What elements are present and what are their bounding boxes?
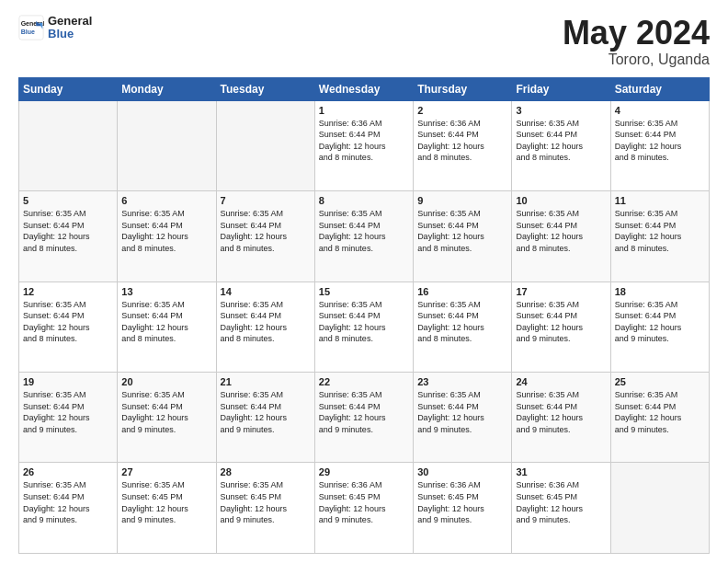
- table-row: [19, 100, 118, 190]
- table-row: 2Sunrise: 6:36 AM Sunset: 6:44 PM Daylig…: [414, 100, 512, 190]
- day-number: 14: [221, 286, 311, 297]
- day-info: Sunrise: 6:36 AM Sunset: 6:44 PM Dayligh…: [319, 118, 409, 164]
- logo: General Blue General Blue: [18, 15, 92, 41]
- day-number: 6: [121, 195, 211, 206]
- col-saturday: Saturday: [610, 77, 709, 100]
- day-info: Sunrise: 6:35 AM Sunset: 6:45 PM Dayligh…: [221, 479, 311, 525]
- table-row: 16Sunrise: 6:35 AM Sunset: 6:44 PM Dayli…: [414, 282, 512, 372]
- day-info: Sunrise: 6:35 AM Sunset: 6:44 PM Dayligh…: [319, 208, 409, 254]
- day-info: Sunrise: 6:35 AM Sunset: 6:44 PM Dayligh…: [516, 208, 606, 254]
- day-info: Sunrise: 6:35 AM Sunset: 6:44 PM Dayligh…: [417, 389, 507, 435]
- table-row: 27Sunrise: 6:35 AM Sunset: 6:45 PM Dayli…: [118, 463, 216, 554]
- table-row: 8Sunrise: 6:35 AM Sunset: 6:44 PM Daylig…: [314, 191, 413, 282]
- day-info: Sunrise: 6:35 AM Sunset: 6:44 PM Dayligh…: [23, 479, 113, 525]
- day-number: 7: [221, 195, 311, 206]
- calendar-title: May 2024: [563, 15, 710, 52]
- day-info: Sunrise: 6:35 AM Sunset: 6:44 PM Dayligh…: [121, 299, 211, 345]
- table-row: 22Sunrise: 6:35 AM Sunset: 6:44 PM Dayli…: [314, 373, 413, 463]
- day-info: Sunrise: 6:35 AM Sunset: 6:44 PM Dayligh…: [417, 208, 507, 254]
- day-number: 8: [319, 195, 409, 206]
- day-number: 24: [516, 376, 606, 387]
- day-number: 27: [121, 466, 211, 477]
- day-number: 3: [516, 105, 606, 116]
- table-row: 10Sunrise: 6:35 AM Sunset: 6:44 PM Dayli…: [512, 191, 610, 282]
- day-info: Sunrise: 6:35 AM Sunset: 6:44 PM Dayligh…: [516, 118, 606, 164]
- day-info: Sunrise: 6:36 AM Sunset: 6:45 PM Dayligh…: [417, 479, 507, 525]
- day-info: Sunrise: 6:35 AM Sunset: 6:44 PM Dayligh…: [121, 389, 211, 435]
- table-row: [610, 463, 709, 554]
- calendar-table: Sunday Monday Tuesday Wednesday Thursday…: [18, 77, 710, 554]
- col-tuesday: Tuesday: [216, 77, 314, 100]
- day-number: 28: [221, 466, 311, 477]
- day-info: Sunrise: 6:35 AM Sunset: 6:44 PM Dayligh…: [221, 299, 311, 345]
- day-info: Sunrise: 6:35 AM Sunset: 6:44 PM Dayligh…: [121, 208, 211, 254]
- table-row: 23Sunrise: 6:35 AM Sunset: 6:44 PM Dayli…: [414, 373, 512, 463]
- day-info: Sunrise: 6:36 AM Sunset: 6:45 PM Dayligh…: [319, 479, 409, 525]
- table-row: 28Sunrise: 6:35 AM Sunset: 6:45 PM Dayli…: [216, 463, 314, 554]
- day-info: Sunrise: 6:35 AM Sunset: 6:44 PM Dayligh…: [615, 389, 705, 435]
- table-row: 20Sunrise: 6:35 AM Sunset: 6:44 PM Dayli…: [118, 373, 216, 463]
- logo-text: General Blue: [48, 15, 92, 41]
- day-number: 5: [23, 195, 113, 206]
- table-row: 18Sunrise: 6:35 AM Sunset: 6:44 PM Dayli…: [610, 282, 709, 372]
- table-row: 9Sunrise: 6:35 AM Sunset: 6:44 PM Daylig…: [414, 191, 512, 282]
- table-row: 15Sunrise: 6:35 AM Sunset: 6:44 PM Dayli…: [314, 282, 413, 372]
- table-row: [216, 100, 314, 190]
- table-row: 21Sunrise: 6:35 AM Sunset: 6:44 PM Dayli…: [216, 373, 314, 463]
- table-row: 26Sunrise: 6:35 AM Sunset: 6:44 PM Dayli…: [19, 463, 118, 554]
- logo-icon: General Blue: [18, 15, 44, 40]
- page: General Blue General Blue May 2024 Toror…: [0, 0, 728, 563]
- day-number: 12: [23, 286, 113, 297]
- day-number: 13: [121, 286, 211, 297]
- day-number: 22: [319, 376, 409, 387]
- day-info: Sunrise: 6:35 AM Sunset: 6:44 PM Dayligh…: [319, 389, 409, 435]
- table-row: 31Sunrise: 6:36 AM Sunset: 6:45 PM Dayli…: [512, 463, 610, 554]
- day-info: Sunrise: 6:35 AM Sunset: 6:44 PM Dayligh…: [23, 299, 113, 345]
- day-number: 30: [417, 466, 507, 477]
- table-row: 19Sunrise: 6:35 AM Sunset: 6:44 PM Dayli…: [19, 373, 118, 463]
- day-number: 26: [23, 466, 113, 477]
- day-number: 9: [417, 195, 507, 206]
- day-number: 20: [121, 376, 211, 387]
- day-number: 25: [615, 376, 705, 387]
- table-row: 5Sunrise: 6:35 AM Sunset: 6:44 PM Daylig…: [19, 191, 118, 282]
- table-row: 29Sunrise: 6:36 AM Sunset: 6:45 PM Dayli…: [314, 463, 413, 554]
- table-row: 11Sunrise: 6:35 AM Sunset: 6:44 PM Dayli…: [610, 191, 709, 282]
- day-number: 10: [516, 195, 606, 206]
- calendar-header-row: Sunday Monday Tuesday Wednesday Thursday…: [19, 77, 710, 100]
- col-wednesday: Wednesday: [314, 77, 413, 100]
- day-number: 1: [319, 105, 409, 116]
- calendar-week-row: 12Sunrise: 6:35 AM Sunset: 6:44 PM Dayli…: [19, 282, 710, 372]
- table-row: [118, 100, 216, 190]
- calendar-week-row: 5Sunrise: 6:35 AM Sunset: 6:44 PM Daylig…: [19, 191, 710, 282]
- table-row: 3Sunrise: 6:35 AM Sunset: 6:44 PM Daylig…: [512, 100, 610, 190]
- day-info: Sunrise: 6:35 AM Sunset: 6:44 PM Dayligh…: [615, 299, 705, 345]
- day-number: 11: [615, 195, 705, 206]
- table-row: 7Sunrise: 6:35 AM Sunset: 6:44 PM Daylig…: [216, 191, 314, 282]
- day-number: 29: [319, 466, 409, 477]
- day-number: 15: [319, 286, 409, 297]
- table-row: 17Sunrise: 6:35 AM Sunset: 6:44 PM Dayli…: [512, 282, 610, 372]
- col-friday: Friday: [512, 77, 610, 100]
- day-number: 16: [417, 286, 507, 297]
- table-row: 30Sunrise: 6:36 AM Sunset: 6:45 PM Dayli…: [414, 463, 512, 554]
- day-number: 31: [516, 466, 606, 477]
- svg-text:Blue: Blue: [21, 29, 35, 35]
- col-thursday: Thursday: [414, 77, 512, 100]
- day-number: 4: [615, 105, 705, 116]
- day-info: Sunrise: 6:35 AM Sunset: 6:44 PM Dayligh…: [221, 389, 311, 435]
- day-number: 2: [417, 105, 507, 116]
- day-info: Sunrise: 6:36 AM Sunset: 6:44 PM Dayligh…: [417, 118, 507, 164]
- day-info: Sunrise: 6:35 AM Sunset: 6:44 PM Dayligh…: [221, 208, 311, 254]
- table-row: 12Sunrise: 6:35 AM Sunset: 6:44 PM Dayli…: [19, 282, 118, 372]
- day-info: Sunrise: 6:35 AM Sunset: 6:44 PM Dayligh…: [417, 299, 507, 345]
- table-row: 25Sunrise: 6:35 AM Sunset: 6:44 PM Dayli…: [610, 373, 709, 463]
- calendar-week-row: 19Sunrise: 6:35 AM Sunset: 6:44 PM Dayli…: [19, 373, 710, 463]
- day-info: Sunrise: 6:36 AM Sunset: 6:45 PM Dayligh…: [516, 479, 606, 525]
- calendar-week-row: 26Sunrise: 6:35 AM Sunset: 6:44 PM Dayli…: [19, 463, 710, 554]
- calendar-week-row: 1Sunrise: 6:36 AM Sunset: 6:44 PM Daylig…: [19, 100, 710, 190]
- table-row: 1Sunrise: 6:36 AM Sunset: 6:44 PM Daylig…: [314, 100, 413, 190]
- svg-rect-0: [19, 16, 43, 40]
- day-info: Sunrise: 6:35 AM Sunset: 6:44 PM Dayligh…: [516, 299, 606, 345]
- table-row: 4Sunrise: 6:35 AM Sunset: 6:44 PM Daylig…: [610, 100, 709, 190]
